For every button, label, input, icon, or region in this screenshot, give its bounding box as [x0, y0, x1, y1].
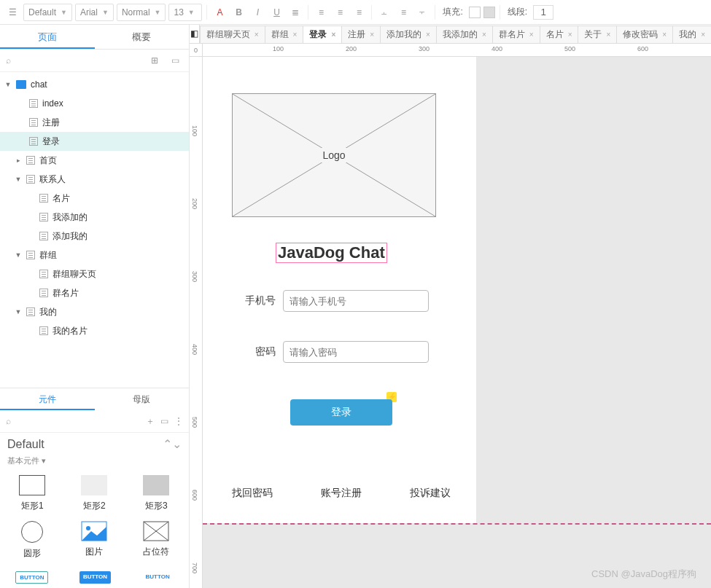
valign-top-icon[interactable]: ⫠	[376, 4, 392, 20]
link-register[interactable]: 账号注册	[321, 487, 362, 500]
top-toolbar: ☰ Default▼ Arial▼ Normal▼ 13▼ A B I U ≣ …	[0, 0, 711, 25]
link-findpwd[interactable]: 找回密码	[232, 487, 273, 500]
add-folder-icon[interactable]: ▭	[167, 52, 183, 68]
logo-placeholder[interactable]: Logo	[232, 93, 436, 217]
tab-pages[interactable]: 页面	[0, 25, 95, 49]
close-icon[interactable]: ×	[255, 31, 259, 39]
add-lib-icon[interactable]: ＋	[146, 413, 155, 429]
page-index[interactable]: index	[0, 94, 189, 113]
left-panel: 页面 概要 ⌕ ⊞ ▭ ▼chat index 注册 登录 ▸首页 ▼联系人 名…	[0, 25, 190, 588]
shape-rect1[interactable]: 矩形1	[1, 471, 63, 517]
line-width-input[interactable]	[533, 5, 553, 20]
link-feedback[interactable]: 投诉建议	[410, 487, 451, 500]
doc-tab[interactable]: 群组聊天页×	[200, 26, 265, 43]
left-tabs: 页面 概要	[0, 25, 189, 50]
tab-outline[interactable]: 概要	[95, 25, 190, 49]
doc-tab[interactable]: 修改密码×	[616, 26, 673, 43]
fill-swatch[interactable]	[469, 7, 481, 18]
underline-icon[interactable]: U	[268, 4, 284, 20]
search-icon: ⌕	[6, 55, 11, 66]
doc-tab[interactable]: 添加我的×	[380, 26, 437, 43]
canvas-area: ◧ 群组聊天页×群组×登录×注册×添加我的×我添加的×群名片×名片×关于×修改密…	[190, 25, 711, 588]
line-label: 线段:	[508, 6, 527, 18]
add-page-icon[interactable]: ⊞	[147, 52, 163, 68]
page-tree: ▼chat index 注册 登录 ▸首页 ▼联系人 名片 我添加的 添加我的 …	[0, 72, 189, 388]
page-mine[interactable]: ▼我的	[0, 302, 189, 321]
doc-tab[interactable]: 注册×	[341, 26, 381, 43]
paragraph-select[interactable]: Normal▼	[117, 4, 166, 21]
bullets-icon[interactable]: ≣	[287, 4, 303, 20]
login-button[interactable]: 登录	[290, 399, 392, 426]
logo-label: Logo	[318, 148, 349, 162]
close-icon[interactable]: ×	[568, 31, 572, 39]
page-groups[interactable]: ▼群组	[0, 246, 189, 264]
page-home[interactable]: ▸首页	[0, 151, 189, 170]
align-center-icon[interactable]: ≡	[332, 4, 348, 20]
align-left-icon[interactable]: ≡	[313, 4, 329, 20]
doc-tab[interactable]: 我的×	[672, 26, 711, 43]
close-icon[interactable]: ×	[293, 31, 298, 39]
page-namecard[interactable]: 名片	[0, 189, 189, 208]
page-icon	[29, 99, 38, 108]
style-select[interactable]: Default▼	[23, 4, 72, 21]
document-tabs: ◧ 群组聊天页×群组×登录×注册×添加我的×我添加的×群名片×名片×关于×修改密…	[190, 25, 711, 44]
library-select[interactable]: Default⌃⌄	[0, 433, 189, 455]
ruler-corner-icon[interactable]: ◧	[190, 25, 200, 43]
canvas[interactable]: Logo JavaDog Chat 手机号 密码 ⚡ 登录 找回密码 账号注册 …	[203, 57, 711, 588]
page-group-card[interactable]: 群名片	[0, 283, 189, 302]
shape-rect3[interactable]: 矩形3	[125, 471, 187, 517]
shape-rect2[interactable]: 矩形2	[63, 471, 125, 517]
pages-search-row: ⌕ ⊞ ▭	[0, 50, 189, 72]
widgets-search-input[interactable]	[17, 413, 140, 429]
tab-masters[interactable]: 母版	[95, 388, 190, 410]
font-select[interactable]: Arial▼	[75, 4, 114, 21]
valign-mid-icon[interactable]: ≡	[395, 4, 411, 20]
italic-icon[interactable]: I	[249, 4, 265, 20]
page-login[interactable]: 登录	[0, 132, 189, 151]
doc-tab[interactable]: 关于×	[578, 26, 617, 43]
close-icon[interactable]: ×	[701, 31, 705, 39]
doc-tab[interactable]: 群名片×	[492, 26, 540, 43]
close-icon[interactable]: ×	[426, 31, 430, 39]
close-icon[interactable]: ×	[529, 31, 534, 39]
footer-links: 找回密码 账号注册 投诉建议	[232, 487, 451, 500]
doc-tab[interactable]: 我添加的×	[436, 26, 493, 43]
page-added-me[interactable]: 添加我的	[0, 227, 189, 246]
fontsize-select[interactable]: 13▼	[168, 4, 202, 21]
textcolor-icon[interactable]: A	[211, 4, 228, 20]
folder-chat[interactable]: ▼chat	[0, 75, 189, 94]
phone-input[interactable]	[283, 290, 429, 312]
btn-sample-fill[interactable]: BUTTON	[79, 571, 111, 584]
close-icon[interactable]: ×	[370, 31, 374, 39]
fill-swatch2[interactable]	[483, 7, 495, 18]
more-icon[interactable]: ⋮	[174, 413, 183, 429]
app-title[interactable]: JavaDog Chat	[276, 243, 387, 263]
password-input[interactable]	[283, 341, 429, 363]
switch-lib-icon[interactable]: ▭	[160, 413, 168, 429]
valign-bot-icon[interactable]: ⫟	[414, 4, 430, 20]
close-icon[interactable]: ×	[662, 31, 667, 39]
page-register[interactable]: 注册	[0, 113, 189, 132]
shape-circle[interactable]: 圆形	[1, 517, 63, 564]
shape-image[interactable]: 图片	[63, 517, 125, 564]
fill-label: 填充:	[443, 6, 462, 18]
align-preset-icon[interactable]: ☰	[4, 4, 20, 20]
doc-tab[interactable]: 名片×	[540, 26, 579, 43]
shape-placeholder[interactable]: 占位符	[125, 517, 187, 564]
page-contacts[interactable]: ▼联系人	[0, 170, 189, 189]
align-right-icon[interactable]: ≡	[351, 4, 367, 20]
btn-sample-text[interactable]: BUTTON	[142, 571, 174, 584]
doc-tab[interactable]: 登录×	[303, 26, 342, 43]
close-icon[interactable]: ×	[482, 31, 486, 39]
page-group-chat[interactable]: 群组聊天页	[0, 264, 189, 283]
close-icon[interactable]: ×	[331, 31, 335, 39]
doc-tab[interactable]: 群组×	[265, 26, 304, 43]
bold-icon[interactable]: B	[230, 4, 246, 20]
page-my-card[interactable]: 我的名片	[0, 321, 189, 340]
pages-search-input[interactable]	[15, 52, 142, 68]
widgets-panel: 元件 母版 ⌕ ＋ ▭ ⋮ Default⌃⌄ 基本元件 ▾ 矩形1 矩形2 矩…	[0, 388, 189, 588]
page-i-added[interactable]: 我添加的	[0, 208, 189, 227]
tab-widgets[interactable]: 元件	[0, 388, 95, 410]
close-icon[interactable]: ×	[606, 31, 610, 39]
btn-sample-outline[interactable]: BUTTON	[15, 571, 48, 584]
